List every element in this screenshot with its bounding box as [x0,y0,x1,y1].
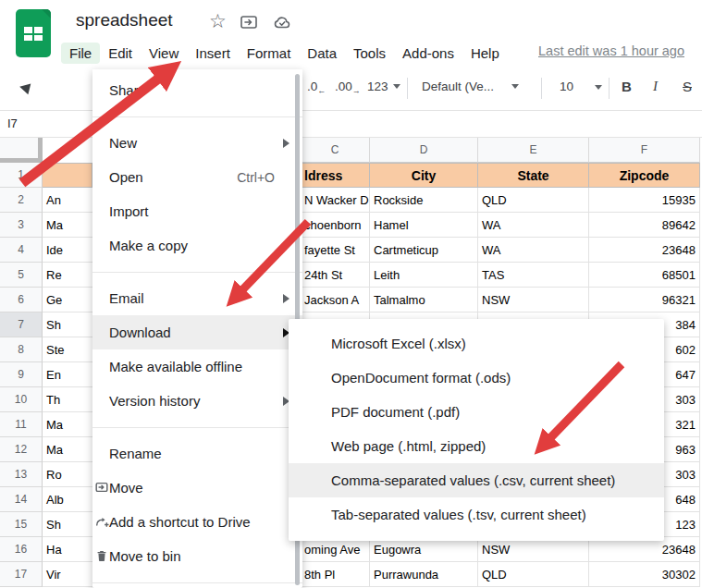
cell-d-5[interactable]: Leith [370,263,478,288]
cell-a-17[interactable]: Vir [43,562,92,587]
dropdown-caret-icon[interactable] [595,85,602,90]
cell-d-6[interactable]: Talmalmo [370,288,478,312]
cell-f-4[interactable]: 23648 [589,238,700,263]
menubar-item-format[interactable]: Format [239,43,300,64]
cell-a-11[interactable]: Ma [43,412,92,437]
cell-a-7[interactable]: Sh [43,312,92,337]
cell-e-16[interactable]: NSW [478,537,589,562]
star-icon[interactable]: ☆ [209,11,227,31]
file-menu-item-add-a-shortcut-to-drive[interactable]: Add a shortcut to Drive [92,505,302,539]
cell-f-3[interactable]: 89642 [589,213,700,238]
file-menu-item-version-history[interactable]: Version history [92,384,302,418]
bold-button[interactable]: B [622,79,632,94]
row-header-6[interactable]: 6 [0,288,43,312]
menubar-item-help[interactable]: Help [462,43,508,64]
cell-a-5[interactable]: Re [43,263,92,288]
row-header-4[interactable]: 4 [0,238,43,263]
row-header-12[interactable]: 12 [0,437,43,462]
download-option-pdf-document-pdf-[interactable]: PDF document (.pdf) [289,395,664,429]
cell-c-16[interactable]: oming Ave [301,537,370,562]
cell-c-2[interactable]: N Wacker D [301,188,370,213]
download-option-microsoft-excel-xlsx-[interactable]: Microsoft Excel (.xlsx) [289,326,664,361]
row-header-17[interactable]: 17 [0,562,43,587]
cell-e-5[interactable]: TAS [478,263,589,288]
column-header-F[interactable]: F [589,137,700,163]
cell-c-4[interactable]: fayette St [301,238,370,263]
row-header-16[interactable]: 16 [0,537,43,562]
row-header-9[interactable]: 9 [0,362,43,387]
header-cell-f[interactable]: Zipcode [589,163,700,188]
row-header-3[interactable]: 3 [0,213,43,238]
cell-a-9[interactable]: En [43,362,92,387]
cell-d-17[interactable]: Purrawunda [370,562,478,587]
cell-c-5[interactable]: 24th St [301,263,370,288]
cell-a-14[interactable]: Alb [43,487,92,512]
row-header-5[interactable]: 5 [0,263,43,288]
header-cell-c[interactable]: ldress [301,163,370,188]
cell-e-3[interactable]: WA [478,213,589,238]
header-cell-d[interactable]: City [370,163,478,188]
column-header-C[interactable]: C [301,137,370,163]
file-menu-item-move-to-bin[interactable]: Move to bin [92,539,302,573]
cell-e-4[interactable]: WA [478,238,589,263]
font-selector[interactable]: Default (Ve... [422,80,518,93]
row-header-15[interactable]: 15 [0,512,43,537]
name-box[interactable]: I7 [7,116,18,130]
row-header-1[interactable]: 1 [0,163,43,188]
cell-a-4[interactable]: Ide [43,238,92,263]
cell-a-2[interactable]: An [43,188,92,213]
document-title[interactable]: spreadsheet [76,10,173,31]
cell-a-10[interactable]: Th [43,387,92,412]
last-edit-link[interactable]: Last edit was 1 hour ago [538,43,702,58]
font-size-selector[interactable]: 10 [560,80,573,93]
strikethrough-button[interactable]: S [683,79,692,94]
select-all-corner[interactable] [0,137,43,163]
menubar-item-addons[interactable]: Add-ons [394,43,462,64]
cell-a-12[interactable]: Ma [43,437,92,462]
menubar-item-data[interactable]: Data [299,43,345,64]
file-menu-item-open[interactable]: OpenCtrl+O [92,160,302,194]
cell-c-3[interactable]: choenborn [301,213,370,238]
file-menu-item-make-a-copy[interactable]: Make a copy [92,228,302,263]
cell-e-17[interactable]: QLD [478,562,589,587]
more-formats-button[interactable]: 123 [367,80,400,93]
row-header-11[interactable]: 11 [0,412,43,437]
move-folder-icon[interactable] [239,12,259,36]
row-header-7[interactable]: 7 [0,312,43,337]
column-header-E[interactable]: E [478,137,589,163]
file-menu-item-share[interactable]: Share [92,73,302,107]
file-menu-item-make-available-offline[interactable]: Make available offline [92,349,302,384]
cell-a-15[interactable]: Sh [43,512,92,537]
menubar-item-file[interactable]: File [61,43,100,64]
sheets-logo[interactable] [16,9,51,57]
italic-button[interactable]: I [653,79,658,94]
increase-decimal-button[interactable]: .00→ [335,80,361,95]
menubar-item-edit[interactable]: Edit [100,43,141,64]
cell-c-17[interactable]: 8th Pl [301,562,370,587]
cell-f-17[interactable]: 30302 [589,562,700,587]
cell-a-8[interactable]: Ste [43,337,92,362]
row-header-13[interactable]: 13 [0,462,43,487]
file-menu-item-new[interactable]: New [92,126,302,160]
file-menu-item-import[interactable]: Import [92,194,302,228]
cell-f-2[interactable]: 15935 [589,188,700,213]
download-option-opendocument-format-ods-[interactable]: OpenDocument format (.ods) [289,361,664,395]
cell-f-6[interactable]: 96321 [589,288,700,312]
cell-e-2[interactable]: QLD [478,188,589,213]
row-header-8[interactable]: 8 [0,337,43,362]
column-header-D[interactable]: D [370,137,478,163]
cell-d-4[interactable]: Cartmeticup [370,238,478,263]
cell-a-6[interactable]: Ge [43,288,92,312]
cell-e-6[interactable]: NSW [478,288,589,312]
decrease-decimal-button[interactable]: .0← [307,80,326,95]
menubar-item-view[interactable]: View [141,43,187,64]
download-option-tab-separated-values-tsv-curre[interactable]: Tab-separated values (.tsv, current shee… [289,497,664,532]
cell-f-16[interactable]: 23648 [589,537,700,562]
row-header-14[interactable]: 14 [0,487,43,512]
cell-d-3[interactable]: Hamel [370,213,478,238]
menubar-item-insert[interactable]: Insert [187,43,239,64]
cell-d-2[interactable]: Rockside [370,188,478,213]
cell-d-16[interactable]: Eugowra [370,537,478,562]
cell-a-16[interactable]: Ha [43,537,92,562]
cell-f-5[interactable]: 68501 [589,263,700,288]
